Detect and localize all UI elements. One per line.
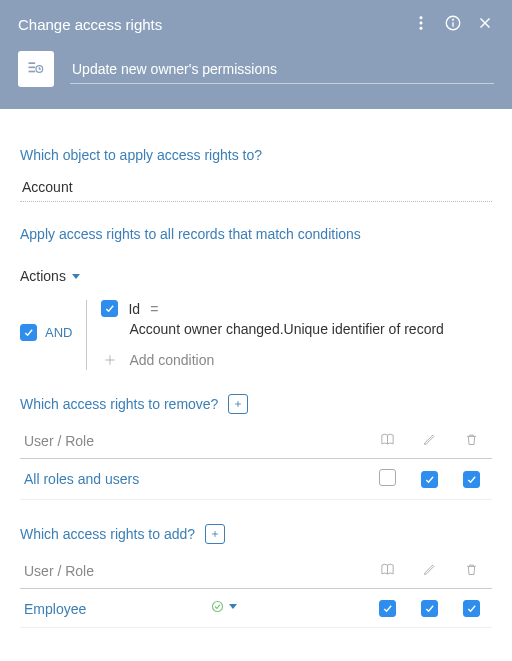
column-read-icon bbox=[366, 424, 408, 459]
info-icon[interactable] bbox=[444, 14, 462, 35]
add-rights-label: Which access rights to add? bbox=[20, 526, 195, 542]
svg-point-5 bbox=[453, 19, 454, 20]
change-access-rights-panel: Change access rights Update new owner's … bbox=[0, 0, 512, 661]
svg-rect-8 bbox=[29, 62, 36, 64]
status-dropdown[interactable] bbox=[210, 599, 237, 614]
add-row-name[interactable]: Employee bbox=[24, 601, 86, 617]
condition-field[interactable]: Id bbox=[128, 301, 140, 317]
plus-icon bbox=[101, 351, 119, 369]
add-remove-right-button[interactable] bbox=[228, 394, 248, 414]
element-type-icon bbox=[18, 51, 54, 87]
column-user-role: User / Role bbox=[20, 424, 366, 459]
column-delete-icon bbox=[450, 554, 492, 589]
filter-block: AND Id = Account owner changed.Unique id… bbox=[20, 300, 492, 370]
delete-checkbox[interactable] bbox=[463, 471, 480, 488]
group-operator[interactable]: AND bbox=[45, 325, 72, 340]
add-add-right-button[interactable] bbox=[205, 524, 225, 544]
svg-point-17 bbox=[213, 602, 223, 612]
svg-rect-10 bbox=[29, 71, 36, 73]
edit-checkbox[interactable] bbox=[421, 471, 438, 488]
remove-rights-table: User / Role All roles and users bbox=[20, 424, 492, 500]
read-checkbox[interactable] bbox=[379, 469, 396, 486]
read-checkbox[interactable] bbox=[379, 600, 396, 617]
conditions-section-title: Apply access rights to all records that … bbox=[20, 226, 492, 242]
close-icon[interactable] bbox=[476, 14, 494, 35]
column-read-icon bbox=[366, 554, 408, 589]
column-edit-icon bbox=[408, 424, 450, 459]
caret-down-icon bbox=[72, 274, 80, 279]
svg-rect-9 bbox=[29, 67, 36, 69]
column-user-role: User / Role bbox=[20, 554, 366, 589]
actions-dropdown[interactable]: Actions bbox=[20, 268, 80, 284]
add-condition-button[interactable]: Add condition bbox=[101, 351, 443, 369]
column-edit-icon bbox=[408, 554, 450, 589]
table-row: Employee bbox=[20, 589, 492, 628]
add-rights-title: Which access rights to add? bbox=[20, 524, 492, 544]
remove-rights-title: Which access rights to remove? bbox=[20, 394, 492, 414]
object-input[interactable]: Account bbox=[20, 173, 492, 202]
more-icon[interactable] bbox=[412, 14, 430, 35]
condition-operator[interactable]: = bbox=[150, 301, 158, 317]
condition-checkbox[interactable] bbox=[101, 300, 118, 317]
svg-point-1 bbox=[420, 22, 422, 24]
delete-checkbox[interactable] bbox=[463, 600, 480, 617]
panel-title: Change access rights bbox=[18, 16, 162, 33]
object-section-title: Which object to apply access rights to? bbox=[20, 147, 492, 163]
add-rights-table: User / Role Employee bbox=[20, 554, 492, 628]
remove-rights-label: Which access rights to remove? bbox=[20, 396, 218, 412]
group-checkbox[interactable] bbox=[20, 324, 37, 341]
edit-checkbox[interactable] bbox=[421, 600, 438, 617]
condition-value[interactable]: Account owner changed.Unique identifier … bbox=[129, 321, 443, 337]
add-condition-label: Add condition bbox=[129, 352, 214, 368]
remove-row-name[interactable]: All roles and users bbox=[24, 471, 139, 487]
caret-down-icon bbox=[229, 604, 237, 609]
panel-header: Change access rights Update new owner's … bbox=[0, 0, 512, 109]
column-delete-icon bbox=[450, 424, 492, 459]
table-row: All roles and users bbox=[20, 459, 492, 500]
svg-point-0 bbox=[420, 17, 422, 19]
svg-point-2 bbox=[420, 27, 422, 29]
actions-label: Actions bbox=[20, 268, 66, 284]
element-name-input[interactable]: Update new owner's permissions bbox=[70, 55, 494, 84]
